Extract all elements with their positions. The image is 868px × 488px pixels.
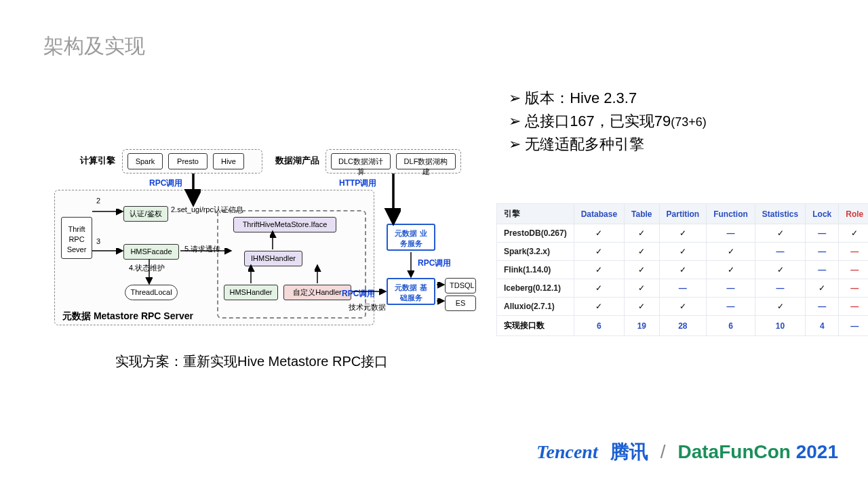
edge-label: 2.set_ugi/rpc认证信息 — [171, 205, 243, 215]
box-dlf: DLF数据湖构建 — [396, 153, 456, 169]
box-presto: Presto — [168, 153, 208, 169]
edge-label: 4.状态维护 — [129, 263, 165, 273]
architecture-diagram: 计算引擎 数据湖产品 Spark Presto Hive DLC数据湖计算 DL… — [54, 149, 475, 325]
box-spark: Spark — [127, 153, 163, 169]
box-custom-handler: 自定义Handler — [283, 285, 351, 300]
col-engine: 引擎 — [497, 204, 574, 224]
tencent-logo-cn: 腾讯 — [610, 439, 648, 465]
col-lock: Lock — [806, 204, 839, 224]
bullet-item: 总接口167，已实现79(73+6) — [509, 110, 707, 133]
col-role: Role — [839, 204, 868, 224]
box-threadlocal: ThreadLocal — [125, 285, 178, 300]
label-http-call: HTTP调用 — [339, 178, 376, 189]
tencent-logo-en: Tencent — [536, 441, 598, 463]
col-function: Function — [707, 204, 755, 224]
table-header-row: 引擎 Database Table Partition Function Sta… — [497, 204, 869, 224]
engine-matrix-table: 引擎 Database Table Partition Function Sta… — [496, 203, 868, 336]
col-statistics: Statistics — [755, 204, 805, 224]
bullet-item: 无缝适配多种引擎 — [509, 133, 707, 156]
group-label-server: 元数据 Metastore RPC Server — [62, 310, 193, 323]
table-row: Iceberg(0.12.1)✓✓———✓— — [497, 279, 869, 298]
box-es: ES — [445, 296, 476, 311]
group-label-lake: 数据湖产品 — [275, 155, 319, 167]
footer-logos: Tencent 腾讯 / DataFunCon 2021 — [536, 439, 838, 465]
diagram-caption: 实现方案：重新实现Hive Metastore RPC接口 — [115, 352, 388, 371]
box-tdsql: TDSQL — [445, 278, 476, 293]
bullet-item: 版本：Hive 2.3.7 — [509, 87, 707, 110]
label-rpc-call: RPC调用 — [342, 288, 375, 300]
col-partition: Partition — [659, 204, 707, 224]
box-hmsfacade: HMSFacade — [123, 244, 179, 260]
col-table: Table — [625, 204, 659, 224]
box-dlc: DLC数据湖计算 — [331, 153, 391, 169]
datafuncon-logo: DataFunCon 2021 — [677, 441, 838, 463]
table-counts-row: 实现接口数619286104— — [497, 316, 869, 336]
box-ihmshandler: IHMSHandler — [244, 251, 302, 266]
table-row: Alluxio(2.7.1)✓✓✓—✓—— — [497, 298, 869, 316]
slide-title: 架构及实现 — [43, 33, 145, 60]
col-database: Database — [574, 204, 624, 224]
table-row: PrestoDB(0.267)✓✓✓—✓—✓ — [497, 224, 869, 243]
box-hive: Hive — [213, 153, 244, 169]
edge-label: 2 — [96, 197, 100, 205]
box-thrift-server: Thrift RPC Sever — [61, 217, 92, 259]
label-rpc-call: RPC调用 — [149, 178, 182, 189]
box-auth: 认证/鉴权 — [123, 206, 168, 222]
edge-label: 3 — [96, 237, 100, 245]
bullet-list: 版本：Hive 2.3.7 总接口167，已实现79(73+6) 无缝适配多种引… — [509, 87, 707, 156]
table-row: Spark(3.2.x)✓✓✓✓——— — [497, 243, 869, 261]
group-label-engines: 计算引擎 — [80, 155, 115, 167]
label-rpc-call: RPC调用 — [418, 258, 451, 269]
table-row: Flink(1.14.0)✓✓✓✓✓—— — [497, 261, 869, 279]
box-thrift-iface: ThriftHiveMetaStore.Iface — [233, 217, 336, 232]
box-hmshandler: HMSHandler — [224, 285, 278, 300]
box-base-service: 元数据 基础服务 — [387, 278, 435, 305]
separator: / — [660, 441, 666, 463]
edge-label: 5.请求透传 — [184, 244, 220, 254]
label-tech-meta: 技术元数据 — [349, 302, 386, 312]
box-biz-service: 元数据 业务服务 — [387, 224, 435, 251]
